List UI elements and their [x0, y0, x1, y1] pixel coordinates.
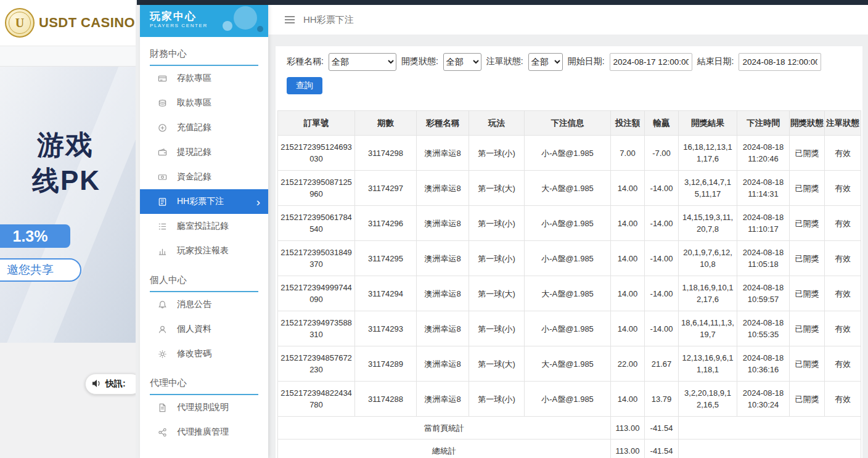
- table-cell: 已開獎: [790, 382, 825, 417]
- room-icon: [157, 221, 167, 231]
- news-ticker: 快訊:: [85, 374, 136, 395]
- logo-emblem-letter: U: [9, 12, 31, 34]
- table-row: 215217239482243478031174288澳洲幸运8第一球(小)小-…: [278, 382, 861, 417]
- sidebar-item[interactable]: 個人資料: [140, 317, 268, 341]
- table-cell: 有效: [825, 382, 861, 417]
- decorative-circle: [234, 6, 257, 30]
- sidebar-item[interactable]: HH彩票下注›: [140, 189, 268, 214]
- summary-label: 當前頁統計: [278, 417, 611, 440]
- table-cell: 2152172394822434780: [278, 382, 355, 417]
- summary-bet-total: 113.00: [611, 417, 645, 440]
- table-cell: 已開獎: [790, 311, 825, 346]
- sidebar-section-header: 個人中心: [150, 274, 258, 292]
- summary-empty: [679, 417, 861, 440]
- table-cell: 大-A盤@1.985: [525, 171, 611, 206]
- table-cell: 2152172394999744090: [278, 276, 355, 311]
- summary-winloss-total: -41.54: [645, 417, 679, 440]
- end-date-input[interactable]: [739, 53, 821, 71]
- table-cell: 31174288: [355, 382, 417, 417]
- column-header: 彩種名稱: [417, 111, 469, 136]
- sidebar-item[interactable]: 代理規則說明: [140, 395, 268, 420]
- column-header: 開獎結果: [679, 111, 737, 136]
- table-cell: 14.00: [611, 241, 645, 276]
- funds-icon: [157, 172, 167, 182]
- table-cell: 有效: [825, 311, 861, 346]
- sidebar-item-label: 修改密碼: [177, 348, 211, 359]
- table-cell: 大-A盤@1.985: [525, 346, 611, 382]
- sidebar-item[interactable]: 存款專區: [140, 66, 268, 91]
- sidebar-item[interactable]: 資金記錄: [140, 165, 268, 189]
- sidebar-item[interactable]: 代理推廣管理: [140, 420, 268, 444]
- hamburger-menu-icon[interactable]: [284, 15, 295, 24]
- sidebar-item[interactable]: 取款專區: [140, 91, 268, 115]
- table-cell: 14.00: [611, 311, 645, 346]
- recharge-icon: [157, 123, 167, 133]
- table-cell: 第一球(大): [469, 346, 525, 382]
- table-cell: 2152172395061784540: [278, 206, 355, 241]
- bet-status-filter-label: 注單狀態:: [486, 56, 523, 67]
- table-cell: 2152172395031849370: [278, 241, 355, 276]
- deposit-icon: [157, 73, 167, 83]
- table-cell: 已開獎: [790, 241, 825, 276]
- table-cell: 澳洲幸运8: [417, 382, 469, 417]
- sidebar-item[interactable]: 廳室投註記錄: [140, 214, 268, 239]
- table-cell: 第一球(小): [469, 206, 525, 241]
- table-body: 215217239512469303031174298澳洲幸运8第一球(小)小-…: [278, 136, 861, 458]
- casino-logo-text: USDT CASINO: [39, 15, 135, 31]
- table-cell: 18,6,14,11,1,3,19,7: [679, 311, 737, 346]
- news-label: 快訊:: [105, 378, 126, 390]
- table-cell: 2024-08-18 11:14:31: [737, 171, 790, 206]
- sidebar-item[interactable]: 提現記錄: [140, 140, 268, 165]
- table-cell: 已開獎: [790, 136, 825, 171]
- table-cell: 第一球(小): [469, 241, 525, 276]
- table-cell: 小-A盤@1.985: [525, 206, 611, 241]
- query-button[interactable]: 查詢: [287, 77, 322, 94]
- column-header: 投注額: [611, 111, 645, 136]
- sidebar-section-header: 財務中心: [150, 48, 258, 66]
- lottery-select[interactable]: 全部: [329, 53, 396, 71]
- table-cell: 有效: [825, 241, 861, 276]
- table-cell: 澳洲幸运8: [417, 241, 469, 276]
- sidebar-item[interactable]: 修改密碼: [140, 341, 268, 366]
- sidebar-item[interactable]: 玩家投注報表: [140, 239, 268, 263]
- sidebar-item-label: 廳室投註記錄: [177, 221, 229, 232]
- sidebar-item-label: 充值記錄: [177, 122, 211, 133]
- table-row: 215217239503184937031174295澳洲幸运8第一球(小)小-…: [278, 241, 861, 276]
- table-cell: 第一球(小): [469, 382, 525, 417]
- table-cell: 澳洲幸运8: [417, 276, 469, 311]
- table-cell: 12,13,16,9,6,11,18,1: [679, 346, 737, 382]
- table-cell: 小-A盤@1.985: [525, 241, 611, 276]
- start-date-input[interactable]: [610, 53, 692, 71]
- summary-winloss-total: -41.54: [645, 440, 679, 458]
- table-row: 215217239506178454031174296澳洲幸运8第一球(小)小-…: [278, 206, 861, 241]
- promo-share-button[interactable]: 邀您共享: [0, 258, 81, 282]
- table-cell: 有效: [825, 136, 861, 171]
- draw-status-filter-label: 開獎狀態:: [401, 56, 438, 67]
- bell-icon: [157, 300, 167, 309]
- table-cell: 第一球(小): [469, 311, 525, 346]
- table-cell: 2024-08-18 11:20:46: [737, 136, 790, 171]
- table-row: 215217239485767223031174289澳洲幸运8第一球(大)大-…: [278, 346, 861, 382]
- table-cell: 澳洲幸运8: [417, 171, 469, 206]
- table-row: 215217239508712596031174297澳洲幸运8第一球(大)大-…: [278, 171, 861, 206]
- bet-status-select[interactable]: 全部: [528, 53, 563, 71]
- table-cell: 14,15,19,3,11,20,7,8: [679, 206, 737, 241]
- decorative-circle: [257, 26, 263, 32]
- sidebar-nav: 財務中心存款專區取款專區充值記錄提現記錄資金記錄HH彩票下注›廳室投註記錄玩家投…: [140, 48, 268, 444]
- sidebar-item-label: 個人資料: [177, 324, 211, 335]
- withdraw-icon: [157, 98, 167, 108]
- table-cell: 有效: [825, 346, 861, 382]
- column-header: 下注信息: [525, 111, 611, 136]
- table-cell: 2152172394857672230: [278, 346, 355, 382]
- sidebar-item-label: 提現記錄: [177, 147, 211, 158]
- column-header: 訂單號: [278, 111, 355, 136]
- sidebar-item-label: HH彩票下注: [177, 196, 224, 207]
- sidebar-item[interactable]: 消息公告: [140, 292, 268, 317]
- draw-status-select[interactable]: 全部: [443, 53, 481, 71]
- sidebar-item-label: 資金記錄: [177, 171, 211, 182]
- promo-text-line2: 线PK: [32, 163, 100, 199]
- start-date-label: 開始日期:: [568, 56, 605, 67]
- chevron-right-icon: ›: [256, 196, 260, 208]
- sidebar-item[interactable]: 充值記錄: [140, 115, 268, 140]
- summary-row: 總統計113.00-41.54: [278, 440, 861, 458]
